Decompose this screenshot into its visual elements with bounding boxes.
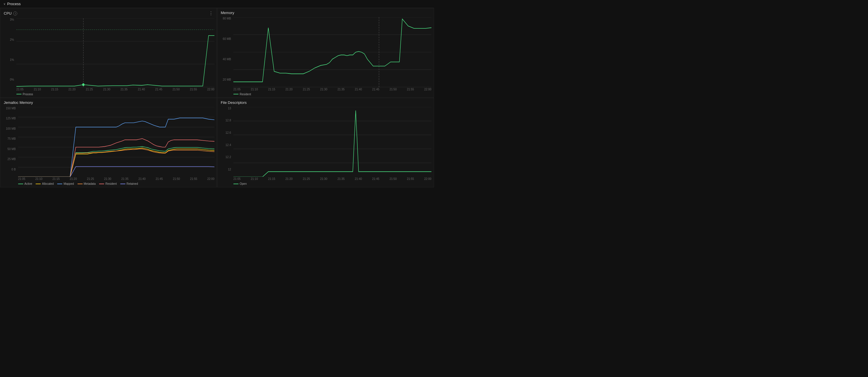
jemalloc-allocated-line [36, 184, 41, 184]
section-header: ∨ Process [0, 0, 434, 8]
memory-chart-svg [234, 17, 431, 87]
filedesc-open-line [234, 184, 239, 184]
cpu-legend-line [17, 94, 22, 94]
filedesc-panel: File Descriptors 13 12.8 12.6 12.4 12.2 … [217, 98, 434, 188]
filedesc-chart-svg [234, 107, 431, 177]
memory-legend-line [234, 94, 239, 94]
jemalloc-y-axis: 150 MB 125 MB 100 MB 75 MB 50 MB 25 MB 0… [0, 107, 18, 171]
cpu-y-axis: 3% 2% 1% 0% [0, 19, 16, 82]
jemalloc-mapped-line [57, 184, 62, 184]
memory-panel: Memory 80 MB 60 MB 40 MB 20 MB [217, 8, 434, 98]
jemalloc-resident-line [99, 184, 104, 184]
jemalloc-retained-line [120, 184, 125, 184]
jemalloc-active-line [18, 184, 23, 184]
jemalloc-panel: Jemalloc Memory 150 MB 125 MB 100 MB 75 … [0, 98, 217, 188]
filedesc-chart-area: 13 12.8 12.6 12.4 12.2 12 [217, 106, 434, 177]
cpu-panel: CPU i ⋮ 3% 2% 1% 0% [0, 8, 217, 98]
jemalloc-legend: Active Allocated Mapped Metadata Residen… [0, 181, 217, 187]
memory-y-axis: 80 MB 60 MB 40 MB 20 MB [217, 17, 233, 82]
svg-point-6 [82, 83, 84, 86]
cpu-chart-area: 3% 2% 1% 0% [0, 17, 217, 87]
jemalloc-metadata-line [78, 184, 83, 184]
dashboard-grid: CPU i ⋮ 3% 2% 1% 0% [0, 8, 434, 187]
cpu-panel-header: CPU i ⋮ [0, 8, 217, 17]
jemalloc-chart-svg [18, 107, 214, 177]
filedesc-title: File Descriptors [221, 100, 247, 105]
cpu-menu-icon[interactable]: ⋮ [209, 11, 213, 16]
cpu-legend: Process [0, 92, 217, 98]
jemalloc-chart-area: 150 MB 125 MB 100 MB 75 MB 50 MB 25 MB 0… [0, 106, 217, 177]
memory-chart-area: 80 MB 60 MB 40 MB 20 MB [217, 16, 434, 87]
section-title: Process [7, 2, 21, 6]
cpu-title: CPU [4, 11, 11, 15]
memory-title: Memory [221, 11, 234, 15]
memory-legend: Resident [217, 92, 434, 98]
chevron-icon[interactable]: ∨ [3, 2, 5, 5]
jemalloc-title: Jemalloc Memory [4, 100, 33, 105]
memory-panel-header: Memory [217, 8, 434, 16]
filedesc-panel-header: File Descriptors [217, 98, 434, 106]
cpu-info-icon[interactable]: i [13, 11, 17, 15]
filedesc-y-axis: 13 12.8 12.6 12.4 12.2 12 [217, 107, 233, 171]
filedesc-legend: Open [217, 181, 434, 187]
jemalloc-panel-header: Jemalloc Memory [0, 98, 217, 106]
cpu-chart-svg [17, 19, 214, 87]
